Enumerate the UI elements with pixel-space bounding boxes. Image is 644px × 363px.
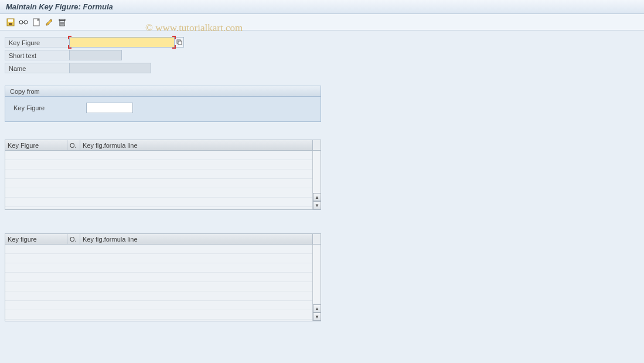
grid2-rows[interactable] [5,245,312,321]
svg-rect-2 [9,23,12,25]
window-titlebar: Maintain Key Figure: Formula [0,0,644,14]
scroll-down-button[interactable]: ▼ [313,313,321,321]
window-title: Maintain Key Figure: Formula [6,2,113,11]
table-row[interactable] [5,151,312,160]
grid1-scrollbar[interactable]: ▲ ▼ [312,151,321,209]
search-help-button[interactable] [175,37,184,48]
short-text-row: Short text [5,49,639,61]
trash-icon [59,18,66,26]
table-row[interactable] [5,169,312,179]
scroll-down-button[interactable]: ▼ [313,201,321,209]
short-text-label: Short text [5,50,69,60]
chevron-up-icon: ▲ [315,195,319,200]
pencil-icon [45,18,53,26]
chevron-up-icon: ▲ [315,306,319,311]
copy-from-key-figure-label: Key Figure [10,103,86,113]
chevron-down-icon: ▼ [315,314,319,320]
grid1-col-formula-line[interactable]: Key fig.formula line [80,140,312,151]
table-row[interactable] [5,198,312,207]
table-row[interactable] [5,160,312,169]
svg-rect-8 [59,19,65,21]
grid2-scrollbar[interactable]: ▲ ▼ [312,245,321,321]
grid1-header: Key Figure O. Key fig.formula line [5,140,321,151]
table-row[interactable] [5,179,312,188]
table-row[interactable] [5,301,312,310]
svg-point-3 [19,21,23,24]
name-input[interactable] [69,63,151,73]
table-row[interactable] [5,254,312,263]
grid1-col-key-figure[interactable]: Key Figure [5,140,67,151]
display-button[interactable] [18,16,29,28]
name-row: Name [5,62,639,74]
key-figure-input[interactable] [69,37,175,48]
svg-rect-1 [8,19,13,22]
key-figure-input-wrap [69,37,175,48]
scroll-up-button[interactable]: ▲ [313,304,321,313]
table-row[interactable] [5,245,312,254]
save-button[interactable] [5,16,16,28]
grid1-body: ▲ ▼ [5,151,321,209]
copy-from-body: Key Figure [5,97,321,121]
grid2-col-operator[interactable]: O. [67,234,80,245]
key-figure-row: Key Figure [5,36,639,48]
change-button[interactable] [43,16,55,28]
glasses-icon [19,19,28,25]
table-row[interactable] [5,188,312,198]
table-row[interactable] [5,282,312,291]
key-figure-label: Key Figure [5,37,69,48]
svg-rect-13 [178,41,182,45]
content-area: Key Figure Short text Name Copy from Key… [0,30,644,327]
grid1-col-operator[interactable]: O. [67,140,80,151]
grid2-col-key-figure[interactable]: Key figure [5,234,67,245]
formula-grid-2: Key figure O. Key fig.formula line ▲ [5,233,321,321]
save-icon [6,18,15,26]
search-help-icon [176,39,182,45]
grid2-body: ▲ ▼ [5,245,321,321]
svg-point-4 [24,21,28,24]
copy-from-title: Copy from [5,86,321,97]
copy-from-group: Copy from Key Figure [5,86,321,122]
short-text-input[interactable] [69,50,122,60]
delete-button[interactable] [56,16,68,28]
create-button[interactable] [30,16,42,28]
grid2-header: Key figure O. Key fig.formula line [5,234,321,245]
grid1-scroll-header [312,140,321,150]
table-row[interactable] [5,273,312,282]
scroll-up-button[interactable]: ▲ [313,193,321,201]
formula-grid-1: Key Figure O. Key fig.formula line ▲ ▼ [5,140,321,210]
grid2-col-formula-line[interactable]: Key fig.formula line [80,234,312,245]
chevron-down-icon: ▼ [315,203,319,208]
grid2-scroll-header [312,234,321,244]
name-label: Name [5,63,69,73]
page-icon [33,18,40,26]
table-row[interactable] [5,263,312,273]
table-row[interactable] [5,310,312,320]
grid1-rows[interactable] [5,151,312,209]
application-toolbar [0,14,644,30]
table-row[interactable] [5,291,312,301]
copy-from-key-figure-input[interactable] [86,103,133,113]
